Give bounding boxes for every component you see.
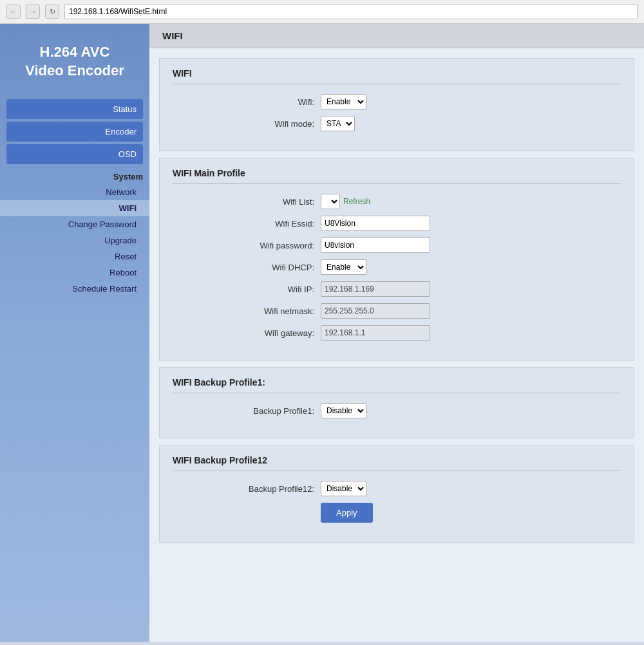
sidebar-item-osd[interactable]: OSD <box>6 144 143 164</box>
wifi-gateway-input <box>321 325 430 341</box>
sidebar-link-upgrade[interactable]: Upgrade <box>0 232 149 248</box>
backup1-label: Backup Profile1: <box>173 406 314 416</box>
wifi-essid-label: Wifi Essid: <box>173 219 314 229</box>
address-bar[interactable] <box>64 4 638 19</box>
sidebar-link-network[interactable]: Network <box>0 184 149 200</box>
backup12-row: Backup Profile12: Disable Enable <box>173 481 621 496</box>
forward-button[interactable]: → <box>26 5 40 19</box>
sidebar-link-change-password[interactable]: Change Password <box>0 216 149 232</box>
sidebar-item-status[interactable]: Status <box>6 99 143 119</box>
wifi-ip-row: Wifi IP: <box>173 281 621 297</box>
wifi-essid-input[interactable] <box>321 216 430 231</box>
wifi-backup1-section: WIFI Backup Profile1: Backup Profile1: D… <box>159 367 634 438</box>
sidebar: H.264 AVC Video Encoder Status Encoder O… <box>0 24 149 642</box>
back-button[interactable]: ← <box>6 5 21 19</box>
content-area: WIFI WIFI Wifi: Enable Disable Wifi mode… <box>149 24 644 642</box>
wifi-section-title: WIFI <box>173 68 621 84</box>
content-inner: WIFI Wifi: Enable Disable Wifi mode: STA… <box>149 48 644 559</box>
wifi-netmask-label: Wifi netmask: <box>173 306 314 316</box>
wifi-list-label: Wifi List: <box>173 197 314 207</box>
wifi-dhcp-select[interactable]: Enable Disable <box>321 259 366 275</box>
sidebar-link-reset[interactable]: Reset <box>0 248 149 265</box>
backup12-select[interactable]: Disable Enable <box>321 481 366 496</box>
sidebar-system-header: System <box>0 167 149 184</box>
wifi-ip-label: Wifi IP: <box>173 285 314 294</box>
sidebar-link-reboot[interactable]: Reboot <box>0 265 149 281</box>
wifi-mode-select[interactable]: STA AP <box>321 116 355 131</box>
wifi-gateway-label: Wifi gateway: <box>173 328 314 338</box>
wifi-main-profile-section: WIFI Main Profile Wifi List: Refresh Wif… <box>159 158 634 360</box>
wifi-enable-row: Wifi: Enable Disable <box>173 94 621 109</box>
wifi-list-select[interactable] <box>321 194 340 209</box>
wifi-password-label: Wifi password: <box>173 241 314 250</box>
sidebar-item-encoder[interactable]: Encoder <box>6 122 143 142</box>
wifi-backup1-title: WIFI Backup Profile1: <box>173 377 621 393</box>
apply-button[interactable]: Apply <box>321 503 373 523</box>
sidebar-link-schedule-restart[interactable]: Schedule Restart <box>0 281 149 297</box>
refresh-link[interactable]: Refresh <box>343 197 370 206</box>
wifi-netmask-input <box>321 303 430 319</box>
wifi-list-row: Wifi List: Refresh <box>173 194 621 209</box>
main-layout: H.264 AVC Video Encoder Status Encoder O… <box>0 24 644 642</box>
wifi-backup12-section: WIFI Backup Profile12 Backup Profile12: … <box>159 445 634 543</box>
wifi-ip-input <box>321 281 430 297</box>
wifi-mode-row: Wifi mode: STA AP <box>173 116 621 131</box>
wifi-main-profile-title: WIFI Main Profile <box>173 168 621 184</box>
logo-text: H.264 AVC Video Encoder <box>10 43 140 80</box>
wifi-password-input[interactable] <box>321 238 430 253</box>
backup1-row: Backup Profile1: Disable Enable <box>173 403 621 418</box>
wifi-enable-label: Wifi: <box>173 97 314 107</box>
wifi-gateway-row: Wifi gateway: <box>173 325 621 341</box>
wifi-essid-row: Wifi Essid: <box>173 216 621 231</box>
backup12-label: Backup Profile12: <box>173 484 314 494</box>
wifi-backup12-title: WIFI Backup Profile12 <box>173 455 621 471</box>
page-title: WIFI <box>149 24 644 48</box>
wifi-enable-select[interactable]: Enable Disable <box>321 94 366 109</box>
refresh-button[interactable]: ↻ <box>45 5 59 19</box>
wifi-section: WIFI Wifi: Enable Disable Wifi mode: STA… <box>159 58 634 151</box>
wifi-mode-label: Wifi mode: <box>173 119 314 129</box>
sidebar-link-wifi[interactable]: WIFI <box>0 200 149 216</box>
wifi-password-row: Wifi password: <box>173 238 621 253</box>
logo: H.264 AVC Video Encoder <box>0 30 149 99</box>
wifi-netmask-row: Wifi netmask: <box>173 303 621 319</box>
wifi-dhcp-label: Wifi DHCP: <box>173 263 314 272</box>
apply-row: Apply <box>173 503 621 523</box>
browser-chrome: ← → ↻ <box>0 0 644 24</box>
backup1-select[interactable]: Disable Enable <box>321 403 366 418</box>
wifi-dhcp-row: Wifi DHCP: Enable Disable <box>173 259 621 275</box>
